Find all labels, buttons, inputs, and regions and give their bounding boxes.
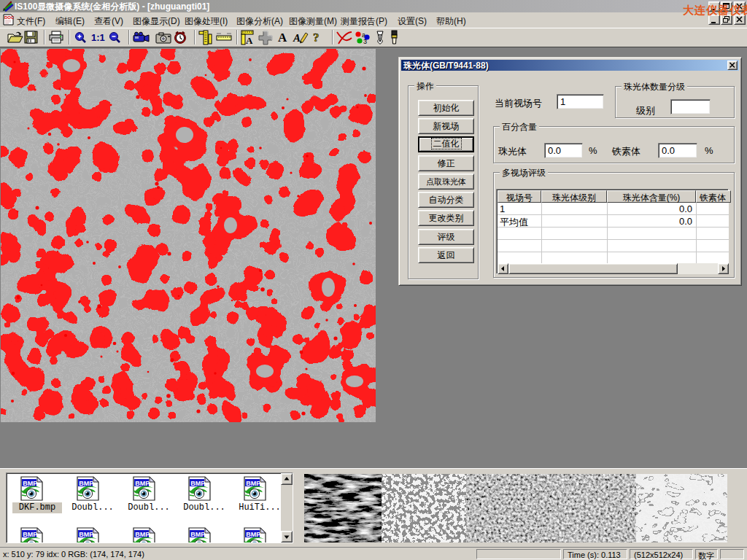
svg-text:A: A xyxy=(278,31,287,44)
svg-text:A: A xyxy=(246,35,253,46)
svg-text:A: A xyxy=(293,32,301,44)
svg-text:DOC: DOC xyxy=(4,15,14,20)
svg-text:?: ? xyxy=(313,31,320,44)
svg-text:1:1: 1:1 xyxy=(91,32,105,43)
